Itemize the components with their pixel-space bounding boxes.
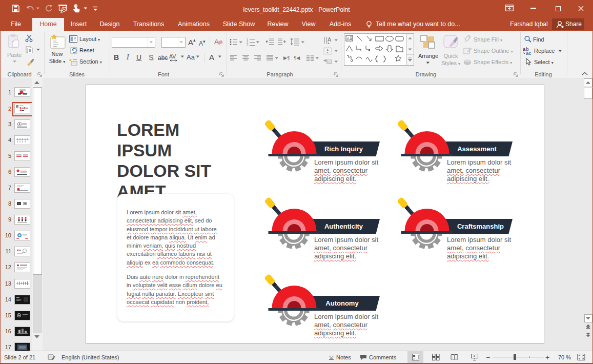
svg-text:AV: AV [169,54,176,59]
svg-text:ac: ac [526,50,531,55]
svg-text:3: 3 [247,44,249,46]
svg-text:A: A [347,36,350,41]
svg-text:A: A [328,36,332,43]
